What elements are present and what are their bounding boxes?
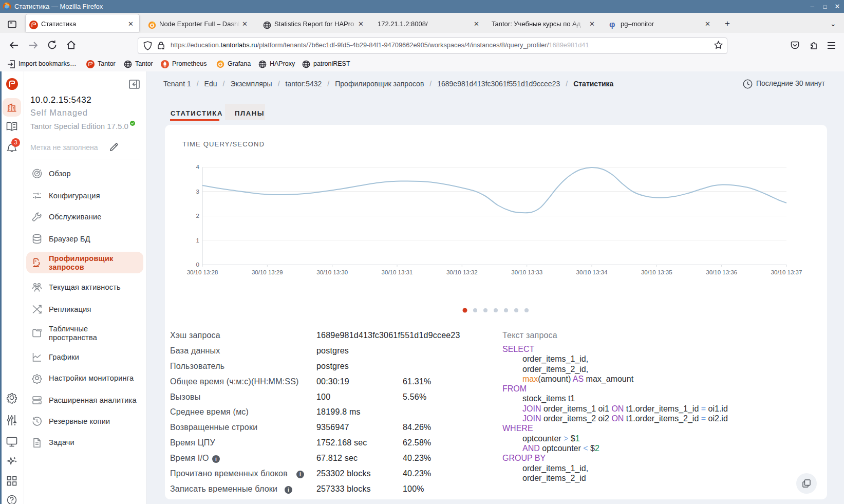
- svg-text:30/10 13:35: 30/10 13:35: [641, 269, 672, 275]
- svg-text:0: 0: [196, 262, 199, 268]
- svg-text:30/10 13:31: 30/10 13:31: [382, 269, 413, 275]
- svg-text:30/10 13:32: 30/10 13:32: [446, 269, 478, 275]
- svg-text:30/10 13:33: 30/10 13:33: [511, 269, 542, 275]
- svg-text:2: 2: [196, 213, 199, 219]
- svg-text:30/10 13:36: 30/10 13:36: [706, 269, 737, 275]
- svg-text:4: 4: [196, 164, 200, 170]
- svg-text:30/10 13:37: 30/10 13:37: [771, 269, 802, 275]
- svg-text:30/10 13:34: 30/10 13:34: [576, 269, 608, 275]
- svg-text:1: 1: [196, 237, 199, 244]
- svg-text:30/10 13:30: 30/10 13:30: [316, 269, 348, 275]
- svg-text:30/10 13:28: 30/10 13:28: [187, 269, 218, 275]
- svg-text:30/10 13:29: 30/10 13:29: [252, 269, 283, 275]
- svg-text:3: 3: [196, 189, 199, 195]
